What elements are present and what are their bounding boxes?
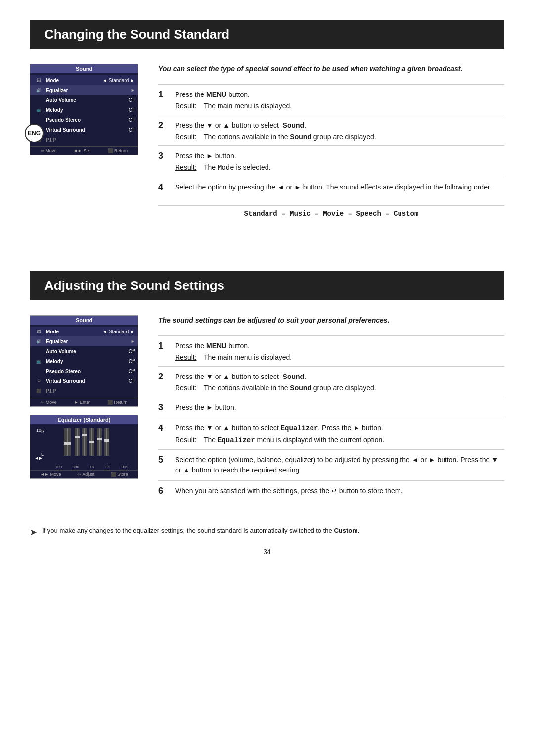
s2-menu-item-autovol: Auto Volume Off: [30, 346, 138, 356]
step-result-2: Result: The options available in the Sou…: [175, 133, 504, 141]
s2-function-icon: ⚙: [33, 377, 44, 385]
s2-menu-item-pip: ⬛ P.I.P: [30, 386, 138, 396]
eq-sliders-group: [75, 428, 109, 456]
equalizer-screenshot: Equalizer (Standard) 10 R L: [30, 415, 138, 479]
s2-step-number-3: 3: [158, 402, 168, 413]
s2-step-body-6: When you are satisfied with the settings…: [175, 486, 504, 496]
step-result-3: Result: The Mode is selected.: [175, 163, 504, 172]
section1-steps: 1 Press the MENU button. Result: The mai…: [158, 85, 504, 197]
s2-step-item-3: 3 Press the ► button.: [158, 397, 504, 418]
section2-menu-screenshot: Sound 🖼 Mode ◄ Standard ► 🔊 Equalizer ►: [30, 315, 138, 407]
step-number-2: 2: [158, 120, 168, 131]
eq-thumb-5: [104, 439, 109, 442]
page-number: 34: [0, 538, 534, 566]
s2-picture-icon: 🖼: [33, 328, 44, 335]
section1-instructions: You can select the type of special sound…: [158, 64, 504, 222]
blank-icon: [33, 96, 44, 104]
s2-menu-item-virtualsurround: ⚙ Virtual Surround Off: [30, 376, 138, 386]
eq-thumb-2: [82, 434, 87, 436]
s2-step-body-2: Press the ▼ or ▲ button to select Sound.…: [175, 372, 504, 392]
section2-menu-footer: ⇦ Move ► Enter ⬛ Return: [30, 398, 138, 406]
section1-header: Changing the Sound Standard: [30, 20, 504, 49]
s2-step-item-5: 5 Select the option (volume, balance, eq…: [158, 450, 504, 481]
eq-slider-3: [89, 428, 94, 456]
section2-content: Sound 🖼 Mode ◄ Standard ► 🔊 Equalizer ►: [0, 300, 534, 516]
eq-thumb-volbal: [64, 442, 71, 445]
section2-menu-title: Sound: [30, 316, 138, 325]
menu-item-mode: 🖼 Mode ◄ Standard ►: [30, 75, 138, 85]
s2-step-result-4: Result: The Equalizer menu is displayed …: [175, 436, 504, 444]
menu-item-melody: 📺 Melody Off: [30, 105, 138, 115]
step-result-1: Result: The main menu is displayed.: [175, 102, 504, 110]
note-text: If you make any changes to the equalizer…: [42, 526, 359, 536]
menu-item-pip: ⬛ P.I.P: [30, 135, 138, 144]
s2-blank-icon: [33, 347, 44, 355]
section2: Adjusting the Sound Settings Sound 🖼 Mod…: [0, 271, 534, 516]
page-container: ENG Changing the Sound Standard Sound 🖼 …: [0, 20, 534, 756]
section2-intro: The sound settings can be adjusted to su…: [158, 315, 504, 326]
s2-blank2-icon: [33, 367, 44, 375]
lang-badge: ENG: [25, 124, 44, 142]
menu-footer: ⇦ Move ◄► Sel. ⬛ Return: [30, 146, 138, 155]
equalizer-footer: ◄► Move ⇦ Adjust ⬛ Store: [30, 470, 138, 478]
s2-step-number-4: 4: [158, 423, 168, 433]
picture-icon: 🖼: [33, 76, 44, 84]
note-arrow-icon: ➤: [30, 527, 37, 538]
step-number-1: 1: [158, 90, 168, 100]
step-item-3: 3 Press the ► button. Result: The Mode i…: [158, 146, 504, 177]
eq-thumb-4: [97, 438, 102, 440]
section2-steps: 1 Press the MENU button. Result: The mai…: [158, 336, 504, 501]
menu-title-bar: Sound: [30, 64, 138, 73]
s2-pip-icon: ⬛: [33, 387, 44, 395]
sound-order: Standard – Music – Movie – Speech – Cust…: [158, 205, 504, 222]
eq-thumb-3: [89, 441, 94, 443]
s2-step-number-6: 6: [158, 486, 168, 496]
section2-menu-items: 🖼 Mode ◄ Standard ► 🔊 Equalizer ► Auto V…: [30, 325, 138, 398]
step-text-2: Press the ▼ or ▲ button to select Sound.: [175, 120, 504, 131]
equalizer-title: Equalizer (Standard): [30, 415, 138, 424]
s2-step-result-1: Result: The main menu is displayed.: [175, 353, 504, 361]
note-box: ➤ If you make any changes to the equaliz…: [0, 526, 534, 538]
blank2-icon: [33, 116, 44, 124]
channel-icon: 📺: [33, 106, 44, 114]
eq-freq-labels: 100 300 1K 3K 10K: [30, 464, 138, 470]
sound-icon: 🔊: [33, 86, 44, 94]
s2-step-body-5: Select the option (volume, balance, equa…: [175, 455, 504, 475]
eq-r-label2: R: [41, 429, 44, 434]
eq-thumb-1: [75, 436, 80, 438]
s2-step-number-1: 1: [158, 341, 168, 351]
eq-vol-balance: [64, 428, 71, 456]
menu-item-autovol: Auto Volume Off: [30, 95, 138, 105]
menu-item-pseudostereo: Pseudo Stereo Off: [30, 115, 138, 125]
section2-header: Adjusting the Sound Settings: [30, 271, 504, 300]
section2-instructions: The sound settings can be adjusted to su…: [158, 315, 504, 501]
eq-slider-4: [97, 428, 102, 456]
s2-menu-item-mode: 🖼 Mode ◄ Standard ►: [30, 327, 138, 336]
eq-r-label: 10: [36, 428, 41, 433]
step-item-2: 2 Press the ▼ or ▲ button to select Soun…: [158, 115, 504, 146]
eq-slider-5: [104, 428, 109, 456]
s2-step-item-1: 1 Press the MENU button. Result: The mai…: [158, 336, 504, 367]
s2-menu-item-equalizer: 🔊 Equalizer ►: [30, 336, 138, 346]
eq-slider-2: [82, 428, 87, 456]
step-body-3: Press the ► button. Result: The Mode is …: [175, 151, 504, 172]
step-text-1: Press the MENU button.: [175, 90, 504, 100]
step-number-3: 3: [158, 151, 168, 161]
section1-content: Sound 🖼 Mode ◄ Standard ► 🔊 Equalizer ►: [0, 49, 534, 236]
eq-slider-volbal: [64, 428, 71, 456]
s2-step-body-4: Press the ▼ or ▲ button to select Equali…: [175, 423, 504, 444]
s2-step-body-1: Press the MENU button. Result: The main …: [175, 341, 504, 361]
menu-item-equalizer: 🔊 Equalizer ►: [30, 85, 138, 95]
s2-sound-icon: 🔊: [33, 337, 44, 345]
step-item-1: 1 Press the MENU button. Result: The mai…: [158, 85, 504, 115]
section2-left-column: Sound 🖼 Mode ◄ Standard ► 🔊 Equalizer ►: [30, 315, 138, 479]
step-item-4: 4 Select the option by pressing the ◄ or…: [158, 177, 504, 197]
eq-slider-1: [75, 428, 80, 456]
s2-step-item-6: 6 When you are satisfied with the settin…: [158, 481, 504, 501]
step-number-4: 4: [158, 182, 168, 192]
step-body-1: Press the MENU button. Result: The main …: [175, 90, 504, 110]
section1-menu-screenshot: Sound 🖼 Mode ◄ Standard ► 🔊 Equalizer ►: [30, 64, 138, 155]
step-text-3: Press the ► button.: [175, 151, 504, 161]
equalizer-content: 10 R L: [30, 424, 138, 464]
s2-step-number-5: 5: [158, 455, 168, 465]
